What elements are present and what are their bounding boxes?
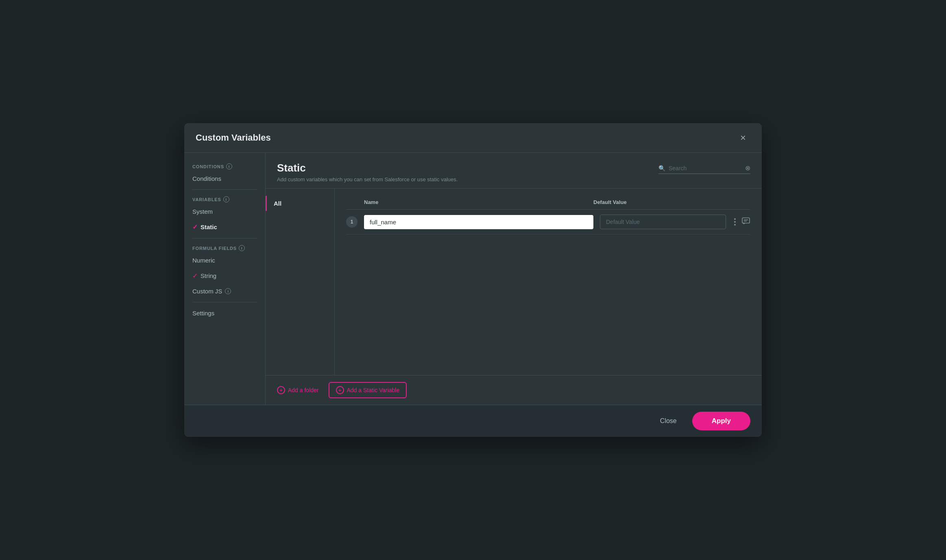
apply-button[interactable]: Apply xyxy=(692,412,750,430)
modal-title: Custom Variables xyxy=(196,132,271,143)
sidebar-item-static[interactable]: ✓ Static xyxy=(184,219,265,235)
main-content: Static Add custom variables which you ca… xyxy=(266,153,762,405)
more-options-icon-1[interactable] xyxy=(732,217,737,227)
content-area: All Name Default Value 1 xyxy=(266,189,762,375)
modal-overlay: Custom Variables × CONDITIONS i Conditio… xyxy=(0,0,946,560)
sidebar-section-conditions: CONDITIONS i xyxy=(184,160,265,171)
search-input[interactable] xyxy=(669,165,742,171)
sidebar-item-conditions[interactable]: Conditions xyxy=(184,171,265,186)
sidebar-item-string[interactable]: ✓ String xyxy=(184,268,265,284)
table-area: Name Default Value 1 xyxy=(335,189,762,375)
custom-variables-modal: Custom Variables × CONDITIONS i Conditio… xyxy=(184,123,762,437)
search-container: 🔍 ⊗ xyxy=(658,164,750,174)
sidebar-item-numeric[interactable]: Numeric xyxy=(184,253,265,268)
name-input-1[interactable] xyxy=(364,215,593,229)
svg-rect-0 xyxy=(742,218,750,223)
all-sidebar-item-all[interactable]: All xyxy=(266,196,334,211)
formula-info-icon[interactable]: i xyxy=(239,245,245,251)
footer-close-button[interactable]: Close xyxy=(651,413,686,429)
table-header-row: Name Default Value xyxy=(346,196,750,210)
add-folder-button[interactable]: + Add a folder xyxy=(277,386,319,394)
add-static-plus-icon: + xyxy=(336,386,344,394)
search-icon: 🔍 xyxy=(658,165,665,171)
modal-body: CONDITIONS i Conditions VARIABLES i Syst… xyxy=(184,153,762,405)
col-name-header: Name xyxy=(364,199,587,205)
table-row: 1 xyxy=(346,210,750,234)
sidebar-divider-3 xyxy=(192,302,257,302)
comment-icon-1[interactable] xyxy=(741,217,750,228)
variables-info-icon[interactable]: i xyxy=(223,196,229,202)
row-actions-1 xyxy=(732,217,750,228)
row-number-1: 1 xyxy=(346,216,357,228)
content-header: Static Add custom variables which you ca… xyxy=(266,153,762,189)
content-subtitle: Add custom variables which you can set f… xyxy=(277,176,458,182)
conditions-info-icon[interactable]: i xyxy=(226,163,232,169)
col-default-header: Default Value xyxy=(593,199,719,205)
sidebar-divider-2 xyxy=(192,238,257,239)
sidebar-item-system[interactable]: System xyxy=(184,204,265,219)
custom-js-info-icon[interactable]: i xyxy=(225,288,231,294)
search-clear-button[interactable]: ⊗ xyxy=(745,164,750,172)
sidebar-item-settings[interactable]: Settings xyxy=(184,306,265,321)
modal-header: Custom Variables × xyxy=(184,123,762,153)
content-title: Static xyxy=(277,162,458,174)
modal-footer: Close Apply xyxy=(184,405,762,437)
content-header-left: Static Add custom variables which you ca… xyxy=(277,162,458,182)
static-check-icon: ✓ xyxy=(192,223,198,231)
sidebar: CONDITIONS i Conditions VARIABLES i Syst… xyxy=(184,153,266,405)
sidebar-section-variables: VARIABLES i xyxy=(184,193,265,204)
add-folder-plus-icon: + xyxy=(277,386,285,394)
default-input-1[interactable] xyxy=(600,215,726,229)
all-sidebar: All xyxy=(266,189,335,375)
sidebar-item-custom-js[interactable]: Custom JS i xyxy=(184,284,265,299)
sidebar-section-formula: FORMULA FIELDS i xyxy=(184,242,265,253)
sidebar-divider-1 xyxy=(192,189,257,190)
bottom-bar: + Add a folder + Add a Static Variable xyxy=(266,375,762,405)
modal-close-button[interactable]: × xyxy=(736,130,750,145)
add-static-variable-button[interactable]: + Add a Static Variable xyxy=(329,382,407,398)
string-check-icon: ✓ xyxy=(192,272,198,280)
